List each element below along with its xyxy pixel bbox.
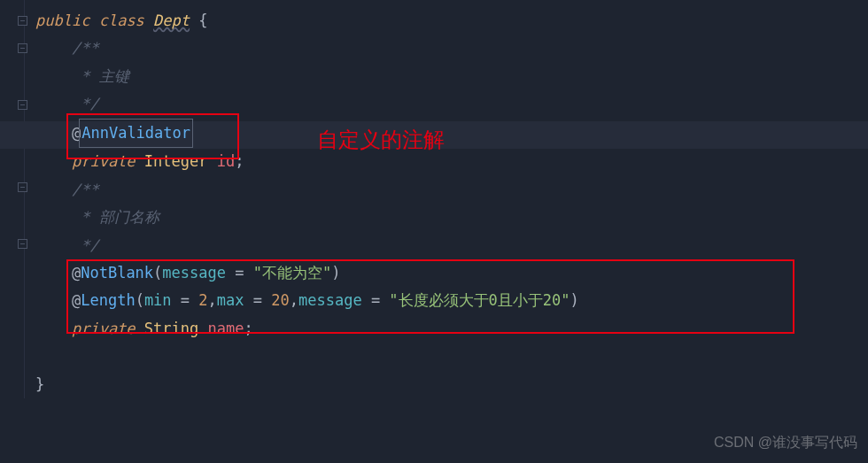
code-line: * 主键 — [35, 63, 868, 90]
comment: */ — [72, 95, 99, 112]
annotation-highlight-box — [66, 113, 239, 159]
comment: /** — [72, 39, 99, 57]
keyword-public: public — [35, 12, 89, 29]
code-line: } — [35, 371, 868, 398]
brace: } — [35, 375, 44, 393]
code-line: /** — [35, 176, 868, 204]
class-name: Dept — [153, 12, 190, 29]
annotation-highlight-box — [66, 259, 794, 334]
code-line — [35, 343, 868, 370]
comment: * 部门名称 — [72, 208, 159, 226]
code-line: /** — [35, 35, 868, 62]
comment: /** — [72, 181, 99, 198]
code-line: * 部门名称 — [35, 204, 868, 231]
watermark: CSDN @谁没事写代码 — [714, 429, 857, 456]
comment: */ — [72, 236, 99, 254]
annotation-label: 自定义的注解 — [317, 120, 445, 159]
code-editor: public class Dept { /** * 主键 */ @AnnVali… — [0, 0, 868, 398]
keyword-class: class — [99, 12, 144, 29]
code-line: */ — [35, 232, 868, 259]
code-area[interactable]: public class Dept { /** * 主键 */ @AnnVali… — [0, 7, 868, 398]
code-line: public class Dept { — [35, 7, 868, 35]
brace: { — [190, 12, 207, 29]
comment: * 主键 — [72, 67, 129, 85]
